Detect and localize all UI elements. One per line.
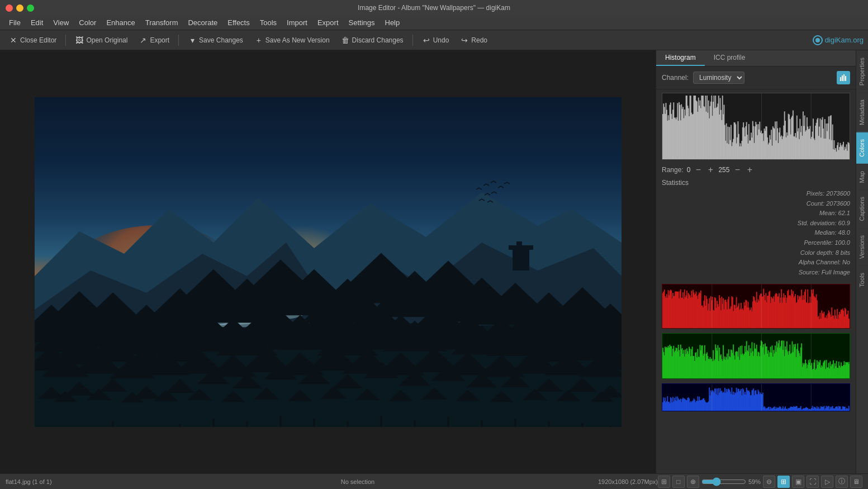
tab-histogram[interactable]: Histogram <box>656 50 705 66</box>
grid-view-button[interactable]: ⊞ <box>777 476 790 488</box>
channel-select[interactable]: Luminosity Red Green Blue Alpha <box>693 72 744 84</box>
channel-label: Channel: <box>662 74 689 82</box>
status-bar: flat14.jpg (1 of 1) No selection 1920x10… <box>0 473 868 489</box>
side-tab-map[interactable]: Map <box>856 164 868 189</box>
side-tab-tools[interactable]: Tools <box>856 265 868 294</box>
title-bar: Image Editor - Album "New Wallpapers" — … <box>0 0 868 16</box>
menu-settings[interactable]: Settings <box>344 17 380 29</box>
save-new-version-button[interactable]: + Save As New Version <box>250 34 334 46</box>
statistics-panel: Statistics Pixels: 2073600 Count: 207360… <box>656 177 856 282</box>
redo-button[interactable]: ↪ Redo <box>456 34 492 46</box>
stat-stddev: Std. deviation: 60.9 <box>662 219 850 229</box>
open-original-icon: 🖼 <box>75 36 84 45</box>
fit-view-button[interactable]: ⊞ <box>658 476 670 488</box>
red-histogram <box>662 284 850 329</box>
export-icon: ↗ <box>139 36 148 45</box>
zoom-slider[interactable] <box>701 477 746 486</box>
menu-export[interactable]: Export <box>313 17 343 29</box>
menu-help[interactable]: Help <box>381 17 405 29</box>
range-max-increase-button[interactable]: + <box>745 165 754 174</box>
tab-icc-profile[interactable]: ICC profile <box>705 50 755 66</box>
stat-color-depth: Color depth: 8 bits <box>662 248 850 258</box>
zoom-in-button[interactable]: ⊕ <box>687 476 699 488</box>
histogram-log-button[interactable] <box>837 71 850 84</box>
open-original-button[interactable]: 🖼 Open Original <box>70 34 132 46</box>
menu-effects[interactable]: Effects <box>223 17 254 29</box>
discard-changes-button[interactable]: 🗑 Discard Changes <box>336 34 408 46</box>
blue-histogram <box>662 383 850 411</box>
status-dimensions: 1920x1080 (2.07Mpx) <box>598 478 658 485</box>
close-editor-icon: ✕ <box>9 36 18 45</box>
minimize-window-button[interactable] <box>16 4 23 12</box>
close-editor-label: Close Editor <box>20 36 56 44</box>
panel-toggle-button[interactable]: ▣ <box>792 476 804 488</box>
toolbar-right: digiKam.org <box>813 35 864 45</box>
save-new-version-label: Save As New Version <box>265 36 330 44</box>
discard-changes-icon: 🗑 <box>341 36 350 45</box>
status-controls: ⊞ □ ⊕ 59% ⊖ ⊞ ▣ ⛶ ▷ ⓘ 🖥 <box>658 476 862 488</box>
toolbar: ✕ Close Editor 🖼 Open Original ↗ Export … <box>0 30 868 50</box>
zoom-out-button[interactable]: ⊖ <box>763 476 775 488</box>
save-changes-icon: ▾ <box>188 36 197 45</box>
range-max-decrease-button[interactable]: − <box>733 165 742 174</box>
menu-enhance[interactable]: Enhance <box>102 17 139 29</box>
side-tab-properties[interactable]: Properties <box>856 50 868 92</box>
stat-pixels: Pixels: 2073600 <box>662 189 850 199</box>
histogram-controls: Channel: Luminosity Red Green Blue Alpha <box>656 67 856 89</box>
green-histogram <box>662 333 850 379</box>
digikam-logo-icon <box>813 35 823 45</box>
open-original-label: Open Original <box>86 36 127 44</box>
svg-rect-2 <box>840 77 841 81</box>
maximize-window-button[interactable] <box>27 4 34 12</box>
stat-alpha-channel: Alpha Channel: No <box>662 258 850 268</box>
toolbar-separator-3 <box>412 35 413 46</box>
zoom-value: 59% <box>748 478 761 485</box>
right-panel: Histogram ICC profile Channel: Luminosit… <box>656 50 868 473</box>
brand-logo: digiKam.org <box>813 35 864 45</box>
save-changes-label: Save Changes <box>199 36 243 44</box>
status-filename: flat14.jpg (1 of 1) <box>6 478 117 485</box>
svg-rect-3 <box>842 75 843 81</box>
panel-tabs: Histogram ICC profile <box>656 50 856 67</box>
range-min-decrease-button[interactable]: − <box>694 165 703 174</box>
undo-label: Undo <box>433 36 449 44</box>
menu-view[interactable]: View <box>49 17 73 29</box>
side-tab-versions[interactable]: Versions <box>856 228 868 265</box>
menu-color[interactable]: Color <box>74 17 101 29</box>
svg-rect-5 <box>845 76 846 81</box>
menu-tools[interactable]: Tools <box>255 17 281 29</box>
side-tab-captions[interactable]: Captions <box>856 189 868 227</box>
main-histogram <box>662 93 850 160</box>
stat-count: Count: 2073600 <box>662 199 850 209</box>
close-window-button[interactable] <box>6 4 13 12</box>
menu-decorate[interactable]: Decorate <box>183 17 222 29</box>
redo-icon: ↪ <box>460 36 469 45</box>
close-editor-button[interactable]: ✕ Close Editor <box>4 34 61 46</box>
discard-changes-label: Discard Changes <box>352 36 404 44</box>
status-selection: No selection <box>117 478 598 485</box>
canvas-area[interactable] <box>0 50 656 473</box>
toolbar-separator-1 <box>65 35 66 46</box>
menu-edit[interactable]: Edit <box>26 17 48 29</box>
range-min-value: 0 <box>687 166 691 174</box>
save-new-version-icon: + <box>254 36 263 45</box>
save-changes-button[interactable]: ▾ Save Changes <box>183 34 248 46</box>
side-tab-colors[interactable]: Colors <box>856 132 868 164</box>
undo-button[interactable]: ↩ Undo <box>418 34 454 46</box>
slideshow-button[interactable]: ▷ <box>821 476 833 488</box>
monitor-button[interactable]: 🖥 <box>850 476 862 488</box>
menu-transform[interactable]: Transform <box>141 17 183 29</box>
export-button[interactable]: ↗ Export <box>134 34 174 46</box>
stat-mean: Mean: 62.1 <box>662 208 850 219</box>
range-row: Range: 0 − + 255 − + <box>656 163 856 177</box>
side-tab-metadata[interactable]: Metadata <box>856 92 868 132</box>
range-min-increase-button[interactable]: + <box>706 165 715 174</box>
info-button[interactable]: ⓘ <box>836 476 848 488</box>
fullscreen-button[interactable]: ⛶ <box>807 476 819 488</box>
original-size-button[interactable]: □ <box>672 476 685 488</box>
toolbar-separator-2 <box>178 35 179 46</box>
menu-file[interactable]: File <box>4 17 25 29</box>
svg-rect-4 <box>843 74 845 81</box>
menu-import[interactable]: Import <box>282 17 312 29</box>
stat-median: Median: 48.0 <box>662 228 850 238</box>
